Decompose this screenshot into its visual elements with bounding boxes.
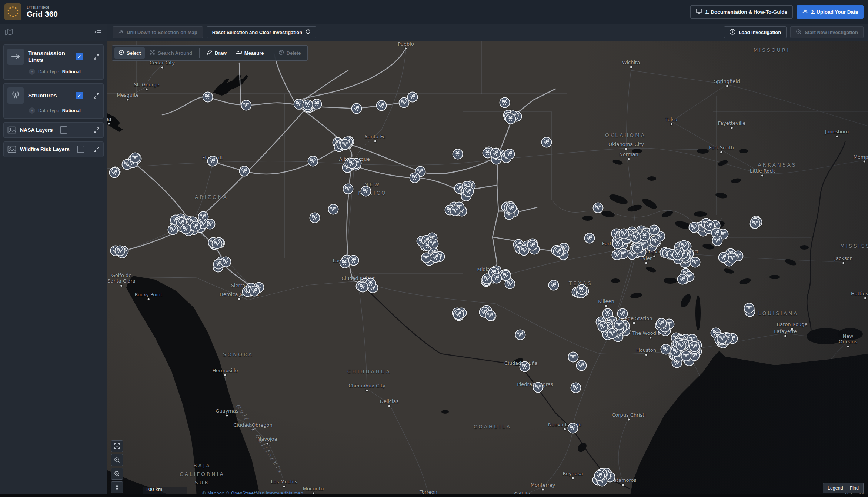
layer-card-transmission-lines[interactable]: Transmission Lines ↑ Data Type Notional (3, 44, 104, 80)
structure-marker[interactable] (676, 340, 687, 351)
structure-marker[interactable] (490, 148, 501, 159)
structure-marker[interactable] (553, 246, 564, 257)
structure-marker[interactable] (584, 233, 595, 244)
structure-marker[interactable] (672, 250, 683, 260)
structure-marker[interactable] (203, 92, 213, 103)
load-investigation-button[interactable]: Load Investigation (724, 26, 787, 38)
collapse-panel-icon[interactable] (94, 29, 102, 35)
structure-marker[interactable] (632, 243, 643, 254)
structure-marker[interactable] (308, 156, 318, 167)
structure-marker[interactable] (750, 218, 761, 229)
structure-marker[interactable] (410, 173, 420, 183)
map-canvas[interactable]: MISSOURIOKLAHOMAARKANSASMISSISSIPPILOUIS… (107, 41, 868, 497)
structure-marker[interactable] (180, 223, 191, 234)
structure-marker[interactable] (576, 360, 587, 371)
expand-icon[interactable] (93, 54, 100, 60)
zoom-out-button[interactable] (111, 468, 123, 480)
compass-button[interactable] (111, 481, 123, 493)
structure-marker[interactable] (407, 92, 418, 103)
structure-marker[interactable] (504, 149, 515, 159)
structure-marker[interactable] (241, 100, 252, 111)
structure-marker[interactable] (689, 222, 700, 233)
structure-marker[interactable] (690, 257, 701, 267)
layer-card-wildfire[interactable]: Wildfire Risk Layers (3, 141, 104, 157)
structure-marker[interactable] (421, 253, 431, 263)
structure-marker[interactable] (450, 206, 461, 216)
documentation-button[interactable]: 1. Documentation & How-To-Guide (690, 5, 793, 19)
structure-marker[interactable] (463, 186, 474, 197)
structure-marker[interactable] (430, 252, 441, 263)
structure-marker[interactable] (239, 166, 250, 177)
layer-checkbox-transmission-lines[interactable] (76, 53, 83, 60)
layer-card-structures[interactable]: Structures ↑ Data Type Notional (3, 83, 104, 119)
structure-marker[interactable] (376, 100, 387, 111)
structure-marker[interactable] (717, 333, 727, 344)
structure-marker[interactable] (712, 236, 723, 246)
upload-data-button[interactable]: 2. Upload Your Data (797, 5, 864, 19)
structure-marker[interactable] (302, 99, 313, 110)
structure-marker[interactable] (718, 252, 729, 263)
structure-marker[interactable] (533, 382, 544, 393)
layer-checkbox-structures[interactable] (76, 92, 83, 99)
structure-marker[interactable] (130, 152, 140, 163)
structure-marker[interactable] (614, 319, 625, 330)
structure-marker[interactable] (515, 330, 526, 340)
structure-marker[interactable] (340, 139, 351, 150)
structure-marker[interactable] (212, 239, 223, 249)
structure-marker[interactable] (348, 255, 359, 266)
structure-marker[interactable] (681, 351, 691, 361)
structure-marker[interactable] (607, 328, 617, 339)
structure-marker[interactable] (649, 224, 660, 235)
structure-marker[interactable] (617, 308, 628, 319)
map-icon[interactable] (5, 29, 13, 36)
layer-checkbox-wildfire[interactable] (77, 146, 84, 153)
structure-marker[interactable] (343, 184, 354, 194)
structure-marker[interactable] (619, 229, 630, 239)
delete-tool-button[interactable]: Delete (274, 47, 305, 59)
structure-marker[interactable] (640, 230, 650, 241)
structure-marker[interactable] (744, 303, 754, 314)
structure-marker[interactable] (500, 97, 510, 108)
structure-marker[interactable] (630, 233, 641, 243)
structure-marker[interactable] (491, 273, 502, 284)
structure-marker[interactable] (594, 470, 605, 481)
expand-icon[interactable] (93, 127, 100, 133)
structure-marker[interactable] (593, 203, 604, 213)
select-tool-button[interactable]: Select (114, 47, 145, 59)
structure-marker[interactable] (505, 114, 516, 124)
structure-marker[interactable] (190, 221, 201, 232)
find-button[interactable]: Find (850, 486, 859, 491)
structure-marker[interactable] (568, 352, 579, 363)
structure-marker[interactable] (571, 383, 581, 393)
structure-marker[interactable] (520, 361, 530, 372)
structure-marker[interactable] (453, 309, 464, 320)
structure-marker[interactable] (109, 167, 120, 178)
draw-tool-button[interactable]: Draw (203, 47, 231, 59)
search-around-tool-button[interactable]: Search Around (146, 47, 196, 59)
structure-marker[interactable] (656, 318, 667, 328)
reset-selection-button[interactable]: Reset Selection and Clear Investigation (207, 26, 316, 38)
structure-marker[interactable] (351, 103, 362, 114)
structure-marker[interactable] (541, 137, 552, 148)
structure-marker[interactable] (361, 186, 371, 197)
structure-marker[interactable] (347, 158, 357, 169)
structure-marker[interactable] (612, 249, 622, 260)
legend-button[interactable]: Legend (828, 486, 843, 491)
structure-marker[interactable] (597, 321, 608, 332)
structure-marker[interactable] (677, 274, 688, 285)
structure-marker[interactable] (249, 286, 260, 297)
drill-down-button[interactable]: Drill Down to Selection on Map (113, 26, 203, 38)
structure-marker[interactable] (485, 310, 496, 321)
structure-marker[interactable] (689, 341, 700, 352)
expand-icon[interactable] (93, 93, 100, 99)
start-new-investigation-button[interactable]: Start New Investigation (790, 26, 864, 38)
structure-marker[interactable] (310, 213, 320, 223)
zoom-in-button[interactable] (111, 454, 123, 466)
structure-marker[interactable] (207, 156, 218, 167)
fit-bounds-button[interactable] (111, 440, 123, 452)
structure-marker[interactable] (527, 240, 538, 250)
structure-marker[interactable] (568, 423, 578, 434)
measure-tool-button[interactable]: Measure (231, 48, 268, 58)
layer-checkbox-nasa[interactable] (60, 126, 67, 134)
expand-icon[interactable] (93, 146, 100, 153)
